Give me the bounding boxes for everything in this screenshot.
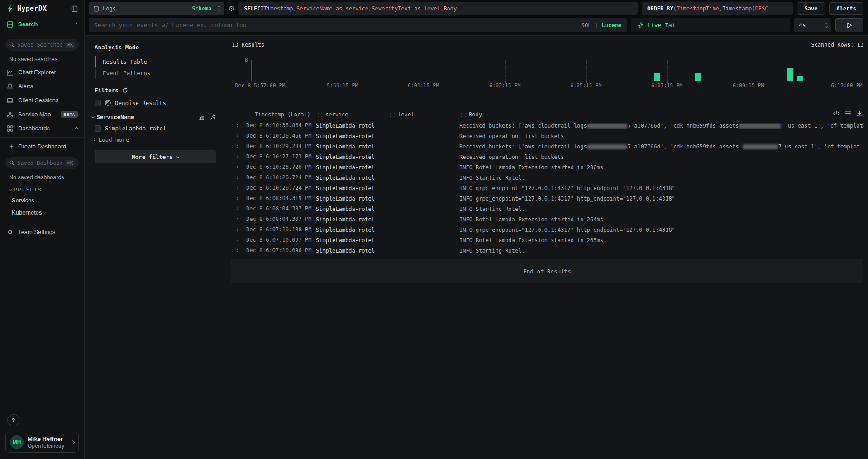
results-table: Timestamp (Local) ⋮⋮service ⋮⋮level ⋮⋮Bo… (231, 109, 863, 283)
analysis-mode-option[interactable]: Results Table (95, 56, 216, 67)
user-menu[interactable]: MH Mike Heffner OpenTelemetry (5, 432, 79, 453)
denoise-checkbox[interactable] (95, 100, 101, 106)
live-tail-button[interactable]: Live Tail (631, 18, 790, 32)
saved-dashboards-box[interactable]: ⌘K (5, 157, 79, 169)
row-expand-chevron-icon[interactable] (231, 145, 243, 148)
order-by-clause[interactable]: ORDER BY (TimestampTime, Timestamp) DESC (642, 2, 793, 15)
saved-dashboards-input[interactable] (17, 160, 62, 166)
sql-toggle[interactable]: SQL (582, 22, 591, 29)
select-clause[interactable]: SELECT Timestamp, ServiceName as service… (238, 2, 638, 15)
sidebar-item-client-sessions[interactable]: Client Sessions (0, 93, 84, 107)
sidebar-item-team-settings[interactable]: ⚙ Team Settings (0, 225, 84, 239)
row-expand-chevron-icon[interactable] (231, 177, 243, 179)
refresh-interval-select[interactable]: 4s (794, 18, 831, 32)
table-row[interactable]: Dec 8 6:07:10.108 PMSimpleLambda-rotelIN… (231, 225, 863, 235)
row-expand-chevron-icon[interactable] (231, 197, 243, 200)
denoise-results-option[interactable]: Denoise Results (95, 100, 216, 106)
source-select[interactable]: Logs Schema (89, 2, 224, 15)
table-row[interactable]: Dec 8 6:10:36.466 PMSimpleLambda-rotelRe… (231, 131, 863, 141)
analysis-mode-option[interactable]: Event Patterns (95, 67, 216, 79)
saved-searches-input[interactable] (17, 42, 62, 48)
download-icon[interactable] (857, 110, 863, 116)
table-row[interactable]: Dec 8 6:08:04.319 PMSimpleLambda-rotelIN… (231, 193, 863, 204)
table-row[interactable]: Dec 8 6:10:26.726 PMSimpleLambda-rotelIN… (231, 162, 863, 172)
cell-timestamp: Dec 8 6:10:27.173 PM (243, 153, 316, 160)
histogram-bar[interactable] (797, 76, 803, 81)
table-row[interactable]: Dec 8 6:10:26.724 PMSimpleLambda-rotelIN… (231, 172, 863, 183)
table-row[interactable]: Dec 8 6:07:10.096 PMSimpleLambda-rotelIN… (231, 245, 863, 256)
hyperdx-logo-icon (6, 5, 14, 12)
refresh-icon[interactable] (122, 87, 128, 93)
sidebar-item-alerts[interactable]: Alerts (0, 79, 84, 93)
drag-handle-icon[interactable]: ⋮⋮ (459, 112, 467, 117)
table-row[interactable]: Dec 8 6:08:04.307 PMSimpleLambda-rotelIN… (231, 204, 863, 214)
sidebar-collapse-icon[interactable] (71, 5, 78, 12)
event-search-box[interactable]: SQL | Lucene (89, 18, 627, 32)
cell-timestamp: Dec 8 6:08:04.307 PM (243, 216, 316, 223)
load-more-button[interactable]: Load more (93, 136, 216, 143)
app: HyperDX Search ⌘K No saved searches (0, 0, 868, 459)
chevron-down-icon (92, 115, 95, 118)
create-dashboard-button[interactable]: Create Dashboard (0, 139, 84, 153)
row-expand-chevron-icon[interactable] (231, 166, 243, 168)
drag-handle-icon[interactable]: ⋮⋮ (316, 112, 323, 117)
preset-item[interactable]: Kubernetes (0, 206, 84, 219)
wrap-lines-icon[interactable] (845, 110, 851, 116)
sidebar-item-chart-explorer[interactable]: Chart Explorer (0, 65, 84, 79)
table-row[interactable]: Dec 8 6:10:29.284 PMSimpleLambda-rotelRe… (231, 141, 863, 152)
column-header-level[interactable]: ⋮⋮level (388, 111, 459, 118)
lucene-toggle[interactable]: Lucene (602, 22, 621, 29)
drag-handle-icon[interactable]: ⋮⋮ (388, 112, 396, 117)
preset-item[interactable]: Services (0, 194, 84, 206)
analysis-mode-header: Analysis Mode (95, 44, 216, 51)
table-row[interactable]: Dec 8 6:10:36.864 PMSimpleLambda-rotelRe… (231, 120, 863, 131)
row-expand-chevron-icon[interactable] (231, 135, 243, 137)
alerts-button[interactable]: Alerts (829, 2, 863, 15)
event-search-input[interactable] (94, 22, 577, 29)
column-header-body[interactable]: ⋮⋮Body (459, 111, 863, 118)
row-expand-chevron-icon[interactable] (231, 239, 243, 241)
bar-chart-icon[interactable] (199, 114, 205, 120)
pin-icon[interactable] (210, 114, 216, 120)
help-button[interactable]: ? (7, 414, 19, 426)
row-expand-chevron-icon[interactable] (231, 229, 243, 231)
column-header-timestamp[interactable]: Timestamp (Local) (243, 111, 316, 118)
run-query-button[interactable] (835, 18, 863, 32)
source-settings-gear-icon[interactable]: ⚙ (229, 2, 234, 15)
filter-value-option[interactable]: SimpleLambda-rotel (95, 125, 216, 132)
table-row[interactable]: Dec 8 6:07:10.097 PMSimpleLambda-rotelIN… (231, 235, 863, 245)
filter-value-checkbox[interactable] (95, 125, 101, 132)
histogram-bar[interactable] (787, 68, 793, 81)
table-row[interactable]: Dec 8 6:08:04.307 PMSimpleLambda-rotelIN… (231, 214, 863, 225)
row-expand-chevron-icon[interactable] (231, 187, 243, 189)
search-icon (9, 160, 14, 166)
histogram-bar[interactable] (695, 73, 701, 81)
row-expand-chevron-icon[interactable] (231, 208, 243, 210)
toggle-divider: | (595, 22, 598, 29)
cell-timestamp: Dec 8 6:10:26.726 PM (243, 164, 316, 171)
play-icon (847, 22, 852, 29)
more-filters-button[interactable]: More filters (95, 150, 216, 163)
column-header-service[interactable]: ⋮⋮service (316, 111, 388, 118)
presets-toggle[interactable]: PRESETS (0, 183, 84, 194)
filter-group-servicename[interactable]: ServiceName (92, 114, 216, 120)
saved-searches-box[interactable]: ⌘K (5, 39, 79, 51)
table-row[interactable]: Dec 8 6:10:27.173 PMSimpleLambda-rotelRe… (231, 152, 863, 162)
row-expand-chevron-icon[interactable] (231, 218, 243, 220)
sidebar-item-search[interactable]: Search (0, 17, 84, 31)
row-expand-chevron-icon[interactable] (231, 156, 243, 158)
code-view-icon[interactable] (833, 110, 839, 116)
chart-gridline (860, 60, 860, 81)
results-area: 13 Results Scanned Rows: 13 8 Dec 8 5:57… (226, 36, 868, 459)
row-expand-chevron-icon[interactable] (231, 124, 243, 127)
table-row[interactable]: Dec 8 6:10:26.724 PMSimpleLambda-rotelIN… (231, 183, 863, 193)
x-axis-tick-label: Dec 8 5:57:00 PM (235, 82, 286, 89)
sidebar-item-service-map[interactable]: Service Map BETA (0, 107, 84, 121)
histogram-bar[interactable] (654, 73, 660, 81)
sidebar-item-dashboards[interactable]: Dashboards (0, 121, 84, 135)
save-button[interactable]: Save (797, 2, 825, 15)
chart-plot[interactable]: 8 (251, 60, 860, 81)
sidebar-item-label: Chart Explorer (18, 69, 56, 76)
cell-service: SimpleLambda-rotel (316, 237, 388, 244)
row-expand-chevron-icon[interactable] (231, 249, 243, 252)
